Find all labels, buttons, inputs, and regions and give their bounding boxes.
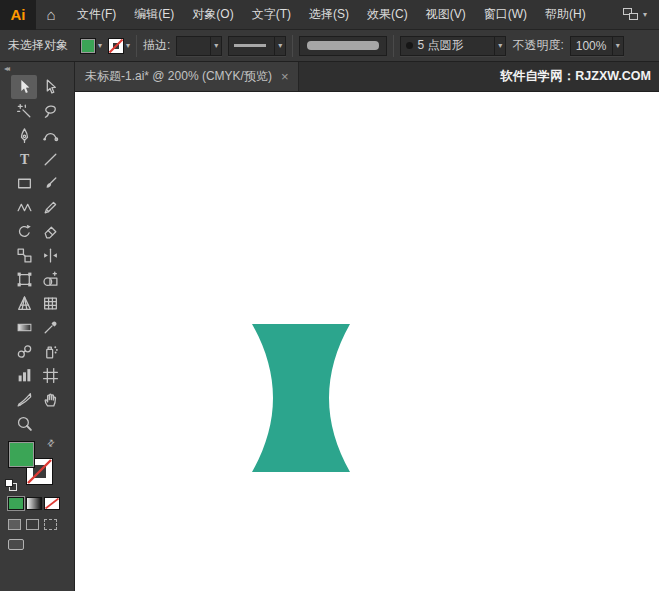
brush-name: 5 点圆形 [417,37,463,54]
hand-tool[interactable] [37,387,63,411]
document-area: 未标题-1.ai* @ 200% (CMYK/预览) × 软件自学网：RJZXW… [75,62,659,591]
default-fill-stroke-icon[interactable] [5,479,19,493]
opacity-select[interactable]: 100% ▾ [570,36,624,56]
chevron-down-icon: ▾ [98,41,102,50]
color-type-buttons [8,497,74,510]
uniform-profile-icon [234,44,266,47]
width-profile-select[interactable]: ▾ [228,36,286,56]
fill-color-control[interactable]: ▾ [80,38,102,54]
swap-fill-stroke-icon[interactable]: ⇄ [45,437,57,449]
menu-effect[interactable]: 效果(C) [358,0,417,29]
drawn-shape[interactable] [252,324,350,472]
draw-inside-icon[interactable] [44,519,57,530]
home-icon[interactable]: ⌂ [36,0,66,30]
lasso-tool[interactable] [37,99,63,123]
menu-list: 文件(F) 编辑(E) 对象(O) 文字(T) 选择(S) 效果(C) 视图(V… [68,0,595,29]
chevron-down-icon: ▾ [612,37,623,55]
divider [292,35,293,57]
screen-mode-icon [8,539,24,550]
direct-selection-tool[interactable] [37,75,63,99]
stroke-none-swatch[interactable] [108,38,124,54]
eyedropper-tool[interactable] [37,315,63,339]
document-title: 未标题-1.ai* @ 200% (CMYK/预览) [85,68,272,85]
stroke-weight-select[interactable]: ▾ [176,36,222,56]
chevron-down-icon: ▾ [210,37,221,55]
draw-normal-icon[interactable] [8,519,21,530]
chevron-down-icon: ▾ [274,37,285,55]
default-fill-square [5,479,13,487]
column-graph-tool[interactable] [11,363,37,387]
menu-file[interactable]: 文件(F) [68,0,125,29]
selection-status: 未选择对象 [8,37,68,54]
menu-select[interactable]: 选择(S) [300,0,358,29]
screen-mode-button[interactable] [8,539,74,550]
mesh-tool[interactable] [37,291,63,315]
workspace-grid-icon [623,8,639,21]
symbol-sprayer-tool[interactable] [37,339,63,363]
brush-dot-icon [406,42,413,49]
fill-swatch[interactable] [80,38,96,54]
chevron-down-icon: ▾ [494,37,505,55]
eraser-tool[interactable] [37,219,63,243]
divider [393,35,394,57]
magic-wand-tool[interactable] [11,99,37,123]
canvas[interactable] [75,92,659,591]
opacity-value: 100% [576,39,607,53]
shaper-tool[interactable] [11,195,37,219]
menu-type[interactable]: 文字(T) [243,0,300,29]
opacity-label: 不透明度: [512,37,563,54]
stroke-color-control[interactable]: ▾ [108,38,130,54]
stroke-label: 描边: [143,37,170,54]
collapse-panel-button[interactable]: ◂◂ [0,62,74,75]
divider [136,35,137,57]
line-segment-tool[interactable] [37,147,63,171]
zoom-tool[interactable] [11,411,37,435]
curvature-tool[interactable] [37,123,63,147]
pencil-tool[interactable] [37,195,63,219]
rectangle-tool[interactable] [11,171,37,195]
scale-tool[interactable] [11,243,37,267]
menu-window[interactable]: 窗口(W) [475,0,536,29]
menu-edit[interactable]: 编辑(E) [125,0,183,29]
chevron-down-icon: ▾ [643,10,647,19]
app-logo-ai[interactable]: Ai [0,0,36,30]
gradient-button[interactable] [26,497,42,510]
color-button[interactable] [8,497,24,510]
none-button[interactable] [44,497,60,510]
type-tool[interactable]: T [11,147,37,171]
blend-tool[interactable] [11,339,37,363]
menu-help[interactable]: 帮助(H) [536,0,595,29]
close-tab-icon[interactable]: × [281,70,289,83]
draw-behind-icon[interactable] [26,519,39,530]
workspace-switcher[interactable]: ▾ [623,8,647,21]
document-tab-bar: 未标题-1.ai* @ 200% (CMYK/预览) × 软件自学网：RJZXW… [75,62,659,92]
menubar: Ai ⌂ 文件(F) 编辑(E) 对象(O) 文字(T) 选择(S) 效果(C)… [0,0,659,30]
brush-stroke-bar-icon [307,41,379,50]
rotate-tool[interactable] [11,219,37,243]
gradient-tool[interactable] [11,315,37,339]
perspective-grid-tool[interactable] [11,291,37,315]
brush-definition-select[interactable]: 5 点圆形 ▾ [400,36,506,56]
selection-tool[interactable] [11,75,37,99]
fill-stroke-indicator: ⇄ [0,438,74,494]
tools-grid: T [0,75,74,435]
artboard-tool[interactable] [37,363,63,387]
menu-object[interactable]: 对象(O) [183,0,242,29]
document-tab[interactable]: 未标题-1.ai* @ 200% (CMYK/预览) × [75,62,299,91]
draw-mode-buttons [8,519,74,530]
fill-swatch[interactable] [8,441,35,468]
paintbrush-tool[interactable] [37,171,63,195]
pen-tool[interactable] [11,123,37,147]
svg-text:T: T [19,152,28,167]
slice-tool[interactable] [11,387,37,411]
brush-stroke-preview[interactable] [299,36,387,56]
shape-builder-tool[interactable] [37,267,63,291]
chevron-down-icon: ▾ [126,41,130,50]
control-bar: 未选择对象 ▾ ▾ 描边: ▾ ▾ [0,30,659,62]
watermark-text: 软件自学网：RJZXW.COM [500,62,659,91]
width-tool[interactable] [37,243,63,267]
free-transform-tool[interactable] [11,267,37,291]
empty-tool-slot [37,411,63,435]
tools-panel: ◂◂ [0,62,75,591]
menu-view[interactable]: 视图(V) [417,0,475,29]
